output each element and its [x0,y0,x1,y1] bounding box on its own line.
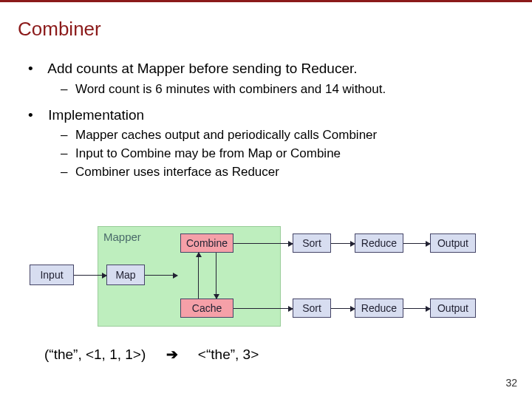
bullet-2-sublist: Mapper caches output and periodically ca… [28,127,510,181]
example-right: <“the”, 3> [198,347,259,362]
bullet-2-sub-1: Mapper caches output and periodically ca… [61,127,510,144]
arrow-map-cache-h [145,275,177,276]
box-output-1: Output [430,233,476,253]
top-accent-bar [0,0,532,2]
pipeline-diagram: Mapper Input Map Combine Cache Sort Sort… [30,220,502,338]
bullet-2: Implementation Mapper caches output and … [28,106,510,181]
arrow-right-icon: ➔ [166,346,178,363]
bullet-1-sub-1: Word count is 6 minutes with combiners a… [61,81,510,98]
arrow-sort1-reduce1 [331,243,355,244]
bullet-list: Add counts at Mapper before sending to R… [28,59,510,181]
arrow-combine-sort1 [233,243,293,244]
box-combine: Combine [180,233,233,253]
arrow-reduce2-output2 [403,308,430,309]
box-input: Input [30,265,74,285]
mapper-label: Mapper [103,231,141,243]
example-line: (“the”, <1, 1, 1>) ➔ <“the”, 3> [44,346,259,363]
arrow-reduce1-output1 [403,243,430,244]
arrow-combine-cache-down [216,253,216,299]
box-cache: Cache [180,299,233,318]
bullet-1-text: Add counts at Mapper before sending to R… [47,61,357,76]
arrow-cache-sort2 [233,308,293,309]
box-reduce-2: Reduce [355,299,403,318]
bullet-2-sub-2: Input to Combine may be from Map or Comb… [61,146,510,163]
slide-body: Add counts at Mapper before sending to R… [28,59,510,188]
box-reduce-1: Reduce [355,233,403,253]
slide: Combiner Add counts at Mapper before sen… [0,0,532,399]
arrow-sort2-reduce2 [331,308,355,309]
bullet-2-text: Implementation [48,107,144,123]
box-sort-1: Sort [293,233,331,253]
box-sort-2: Sort [293,299,331,318]
box-output-2: Output [430,299,476,318]
bullet-1-sublist: Word count is 6 minutes with combiners a… [28,81,510,98]
slide-title: Combiner [18,18,101,41]
bullet-1: Add counts at Mapper before sending to R… [28,59,510,98]
box-map: Map [106,265,145,285]
arrow-cache-combine-up [198,253,199,299]
arrow-input-map [74,275,106,276]
page-number: 32 [505,377,517,389]
example-left: (“the”, <1, 1, 1>) [44,347,146,362]
bullet-2-sub-3: Combiner uses interface as Reducer [61,164,510,181]
